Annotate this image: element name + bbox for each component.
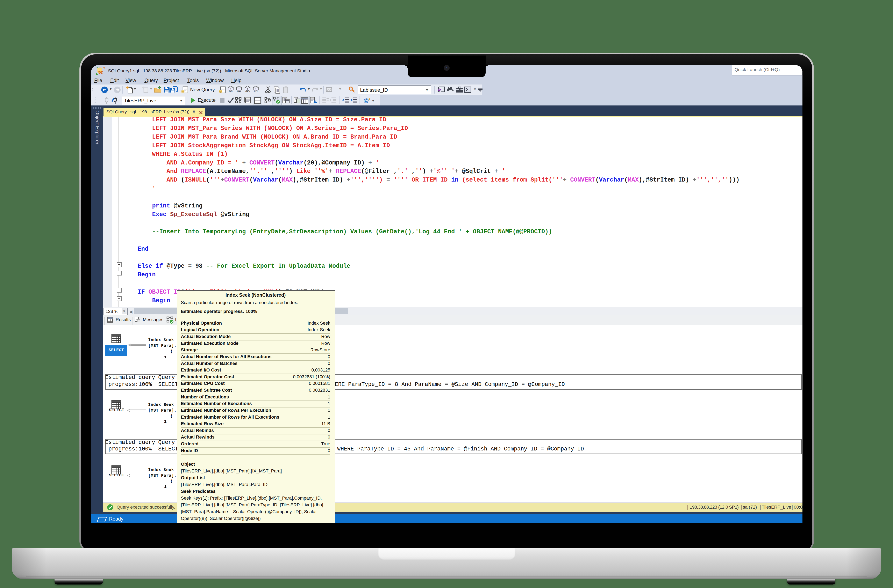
svg-text:@: @: [364, 97, 369, 104]
svg-text:DMX: DMX: [237, 91, 241, 93]
svg-text:MDX: MDX: [229, 91, 233, 93]
svg-text:DAX: DAX: [254, 91, 258, 93]
svg-text:XMLA: XMLA: [245, 91, 250, 93]
